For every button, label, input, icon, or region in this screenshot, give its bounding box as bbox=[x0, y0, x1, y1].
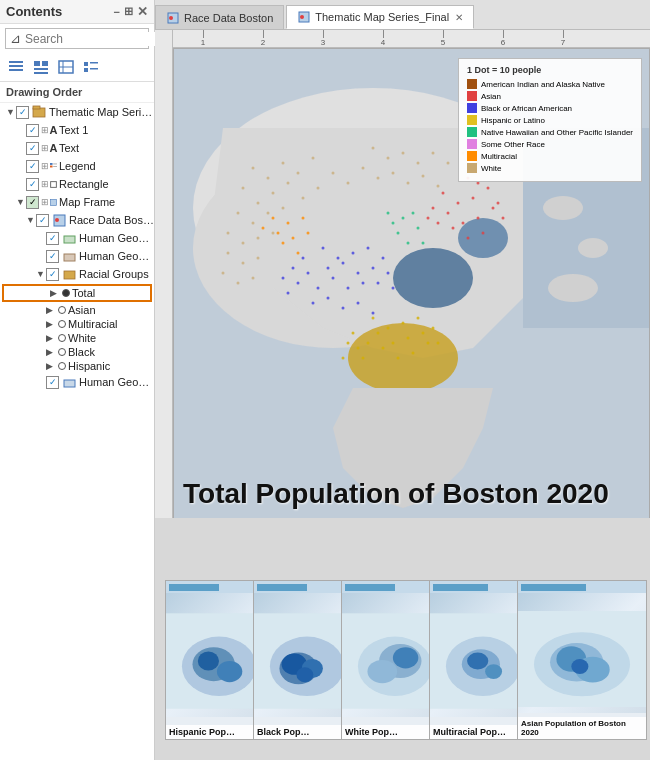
checkbox-human-geo1[interactable]: ✓ bbox=[46, 232, 59, 245]
svg-point-29 bbox=[169, 16, 173, 20]
tree-item-multiracial[interactable]: ▶ Multiracial bbox=[0, 317, 154, 331]
legend-item-3: Hispanic or Latino bbox=[467, 115, 633, 125]
thumb-asian-pop[interactable]: Asian Population of Boston 2020 bbox=[517, 580, 647, 740]
legend-label-2: Black or African American bbox=[481, 104, 572, 113]
rect-icons: ⊞ bbox=[41, 176, 57, 192]
svg-rect-6 bbox=[34, 72, 48, 74]
checkbox-mapframe[interactable]: ✓ bbox=[26, 196, 39, 209]
radio-hispanic[interactable] bbox=[58, 362, 66, 370]
svg-point-84 bbox=[257, 257, 260, 260]
svg-point-46 bbox=[252, 167, 255, 170]
svg-point-71 bbox=[432, 152, 435, 155]
legend-label-7: White bbox=[481, 164, 501, 173]
toolbar-btn-3[interactable] bbox=[55, 56, 77, 78]
tree-item-legend[interactable]: ✓ ⊞ Legend bbox=[0, 157, 154, 175]
svg-point-113 bbox=[377, 282, 380, 285]
legend-color-0 bbox=[467, 79, 477, 89]
radio-asian[interactable] bbox=[58, 306, 66, 314]
panel-header: Contents − ⊞ ✕ bbox=[0, 0, 154, 24]
svg-rect-26 bbox=[64, 271, 75, 279]
legend-color-1 bbox=[467, 91, 477, 101]
tree-item-human-geo2[interactable]: ✓ Human Geogr… bbox=[0, 247, 154, 265]
legend-color-4 bbox=[467, 127, 477, 137]
legend-item-2: Black or African American bbox=[467, 103, 633, 113]
toolbar-btn-4[interactable] bbox=[80, 56, 102, 78]
svg-point-159 bbox=[282, 242, 285, 245]
checkbox-thematic[interactable]: ✓ bbox=[16, 106, 29, 119]
checkbox-rectangle[interactable]: ✓ bbox=[26, 178, 39, 191]
search-bar: ⊿ 🔍 ▼ bbox=[5, 28, 149, 49]
tree-item-rectangle[interactable]: ✓ ⊞ Rectangle bbox=[0, 175, 154, 193]
tree-item-black[interactable]: ▶ Black bbox=[0, 345, 154, 359]
tree-item-total[interactable]: ▶ Total bbox=[2, 284, 152, 302]
svg-rect-27 bbox=[64, 380, 75, 387]
svg-point-196 bbox=[571, 659, 588, 674]
svg-point-156 bbox=[277, 232, 280, 235]
svg-point-126 bbox=[357, 347, 360, 350]
toolbar-btn-2[interactable] bbox=[30, 56, 52, 78]
radio-white[interactable] bbox=[58, 334, 66, 342]
tree-item-white[interactable]: ▶ White bbox=[0, 331, 154, 345]
svg-point-164 bbox=[412, 212, 415, 215]
dock-icon[interactable]: ⊞ bbox=[124, 5, 133, 18]
svg-point-173 bbox=[198, 651, 219, 670]
tab-race-data-boston[interactable]: Race Data Boston bbox=[155, 5, 284, 29]
label-black: Black bbox=[68, 346, 95, 358]
svg-point-54 bbox=[287, 182, 290, 185]
radio-total[interactable] bbox=[62, 289, 70, 297]
tree-item-hispanic[interactable]: ▶ Hispanic bbox=[0, 359, 154, 373]
svg-point-130 bbox=[417, 317, 420, 320]
panel-header-icons: − ⊞ ✕ bbox=[114, 4, 148, 19]
checkbox-human-geo2[interactable]: ✓ bbox=[46, 250, 59, 263]
tree-item-asian[interactable]: ▶ Asian bbox=[0, 303, 154, 317]
map-content[interactable]: 1 Dot = 10 people American Indian and Al… bbox=[173, 48, 650, 520]
checkbox-text1[interactable]: ✓ bbox=[26, 124, 39, 137]
svg-rect-2 bbox=[9, 69, 23, 71]
tree-item-human-geo1[interactable]: ✓ Human Geogr… bbox=[0, 229, 154, 247]
tab-thematic-map-final[interactable]: Thematic Map Series_Final ✕ bbox=[286, 5, 474, 29]
tree-item-racial-groups[interactable]: ▼ ✓ Racial Groups bbox=[0, 265, 154, 283]
svg-point-70 bbox=[417, 162, 420, 165]
svg-point-153 bbox=[272, 217, 275, 220]
tab-close-icon[interactable]: ✕ bbox=[455, 12, 463, 23]
human-geo1-icon bbox=[61, 230, 77, 246]
close-panel-icon[interactable]: ✕ bbox=[137, 4, 148, 19]
search-input[interactable] bbox=[25, 32, 175, 46]
checkbox-legend[interactable]: ✓ bbox=[26, 160, 39, 173]
svg-point-115 bbox=[372, 317, 375, 320]
tree-item-race-data-boston[interactable]: ▼ ✓ Race Data Bosto… bbox=[0, 211, 154, 229]
tree-item-text1[interactable]: ✓ ⊞ A Text 1 bbox=[0, 121, 154, 139]
svg-point-133 bbox=[432, 327, 435, 330]
checkbox-human-geo3[interactable]: ✓ bbox=[46, 376, 59, 389]
main-map: 1 2 3 4 5 6 7 bbox=[155, 30, 650, 520]
tree-item-human-geo3[interactable]: ✓ Human Geogr… bbox=[0, 373, 154, 391]
human-geo3-icon bbox=[61, 374, 77, 390]
svg-point-85 bbox=[222, 272, 225, 275]
radio-multiracial[interactable] bbox=[58, 320, 66, 328]
radio-black[interactable] bbox=[58, 348, 66, 356]
checkbox-race-data[interactable]: ✓ bbox=[36, 214, 49, 227]
thumb-title-asian: Asian Population of Boston 2020 bbox=[518, 717, 646, 739]
svg-point-66 bbox=[272, 232, 275, 235]
tree-item-text[interactable]: ✓ ⊞ A Text bbox=[0, 139, 154, 157]
svg-point-50 bbox=[312, 157, 315, 160]
checkbox-text[interactable]: ✓ bbox=[26, 142, 39, 155]
svg-point-157 bbox=[292, 237, 295, 240]
svg-point-103 bbox=[302, 257, 305, 260]
ruler-top: 1 2 3 4 5 6 7 bbox=[155, 30, 650, 48]
tab-map-icon-2 bbox=[297, 10, 311, 24]
pin-icon[interactable]: − bbox=[114, 6, 120, 18]
svg-point-132 bbox=[427, 342, 430, 345]
svg-point-96 bbox=[362, 282, 365, 285]
svg-point-98 bbox=[312, 302, 315, 305]
toolbar-btn-1[interactable] bbox=[5, 56, 27, 78]
svg-point-86 bbox=[237, 282, 240, 285]
tree-item-thematic-map-series[interactable]: ▼ ✓ Thematic Map Series_ bbox=[0, 103, 154, 121]
tree-item-mapframe[interactable]: ▼ ✓ ⊞ Map Frame bbox=[0, 193, 154, 211]
svg-point-38 bbox=[393, 248, 473, 308]
label-rectangle: Rectangle bbox=[59, 178, 109, 190]
svg-point-51 bbox=[242, 187, 245, 190]
legend-color-3 bbox=[467, 115, 477, 125]
svg-point-110 bbox=[382, 257, 385, 260]
checkbox-racial-groups[interactable]: ✓ bbox=[46, 268, 59, 281]
